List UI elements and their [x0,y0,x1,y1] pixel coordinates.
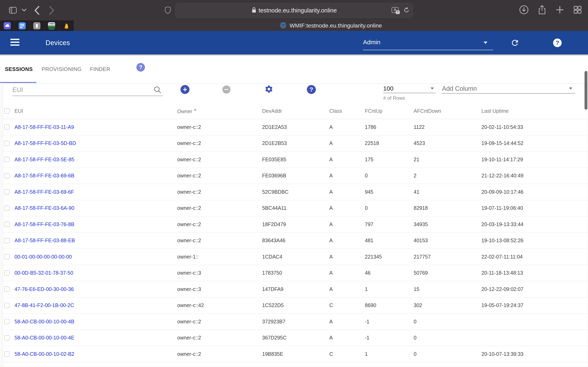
refresh-button[interactable] [510,38,519,48]
cell-fcntup: 945 [365,189,414,195]
cell-class: A [329,319,365,325]
sidebar-chevron-down-icon[interactable] [21,8,27,13]
search-underline [12,96,163,96]
cell-last_uptime: 20-09-09-10:17:46 [481,189,588,195]
cell-devaddr: 18F2D479 [262,221,329,227]
row-checkbox[interactable] [4,157,9,162]
eui-link[interactable]: A8-17-58-FF-FE-03-6A-90 [15,205,177,211]
cell-afcntdown: 50769 [414,270,481,276]
cell-fcntup: 22518 [365,140,414,146]
eui-search-input[interactable]: EUI [12,85,163,96]
cell-afcntdown: 82918 [414,205,481,211]
col-header-owner[interactable]: Owner× [177,108,262,114]
eui-link[interactable]: A8-17-58-FF-FE-03-11-A9 [15,124,177,130]
col-header-eui[interactable]: EUI [15,108,177,114]
row-checkbox[interactable] [4,254,9,259]
eui-link[interactable]: A8-17-58-FF-FE-03-5D-BD [15,140,177,146]
menu-icon[interactable] [10,39,19,47]
table-row: A8-17-58-FF-FE-03-5D-BDowner-c::22D1E2B5… [3,135,588,152]
cell-class: A [329,335,365,341]
filter-help-button[interactable]: ? [307,85,316,94]
row-checkbox[interactable] [4,173,9,178]
tab-finder[interactable]: FINDER [90,56,110,82]
pinned-tab-usda[interactable]: USDA [44,20,59,31]
eui-link[interactable]: 58-A0-CB-00-00-10-00-4E [15,335,177,341]
active-tab-title: WMIF:testnode.eu.thingularity.online [290,22,382,29]
eui-link[interactable]: A8-17-58-FF-FE-03-88-EB [15,238,177,243]
tab-sessions[interactable]: SESSIONS [5,56,33,82]
select-all-checkbox[interactable] [4,108,9,114]
globe-icon [280,22,287,30]
row-checkbox[interactable] [4,206,9,211]
pinned-tab-docs[interactable] [15,20,29,31]
info-icon [33,22,40,29]
downloads-icon[interactable] [519,5,529,16]
cell-afcntdown: 40153 [414,238,481,243]
pinned-tab-info[interactable] [30,20,44,31]
cell-owner: owner-c::2 [177,189,262,195]
cell-devaddr: 2D1E2A53 [262,124,329,130]
remove-filter-button[interactable]: − [222,85,231,94]
remove-column-icon[interactable]: × [194,108,196,112]
rows-caption: # of Rows [383,95,405,101]
eui-link[interactable]: A8-17-58-FF-FE-03-69-6F [15,189,177,195]
forward-button[interactable] [49,6,55,16]
eui-link[interactable]: A8-17-58-FF-FE-03-76-8B [15,221,177,227]
settings-gear-button[interactable] [264,85,273,94]
tab-overview-icon[interactable] [573,5,582,15]
search-placeholder: EUI [12,86,23,94]
row-checkbox[interactable] [4,270,9,276]
pinned-tab-cloud[interactable] [0,20,15,31]
table-row: A8-17-58-FF-FE-03-76-8Bowner-c::218F2D47… [3,216,588,233]
new-tab-icon[interactable] [555,5,564,15]
privacy-shield-icon[interactable] [164,6,171,15]
rows-per-page-select[interactable]: 100 # of Rows [383,84,435,102]
col-header-class[interactable]: Class [329,108,365,114]
row-checkbox[interactable] [4,141,9,146]
eui-link[interactable]: 58-A0-CB-00-00-10-00-4B [15,319,177,325]
user-select[interactable]: Admin [363,31,493,54]
col-header-fcntup[interactable]: FCntUp [365,108,414,114]
active-tab[interactable]: WMIF:testnode.eu.thingularity.online [74,20,588,31]
cell-devaddr: 2D1E2B53 [262,140,329,146]
back-button[interactable] [34,6,40,16]
eui-link[interactable]: 47-76-E6-ED-00-30-00-36 [15,286,177,292]
row-checkbox[interactable] [4,189,9,194]
cloud-icon [4,22,11,29]
eui-link[interactable]: A8-17-58-FF-FE-03-69-6B [15,173,177,179]
col-header-last-uptime[interactable]: Last Uptime [481,108,588,114]
reload-icon[interactable] [403,6,410,15]
col-header-devaddr[interactable]: DevAddr [262,108,329,114]
row-checkbox[interactable] [4,351,9,357]
row-checkbox[interactable] [4,303,9,308]
cell-afcntdown: 0 [414,335,481,341]
row-checkbox[interactable] [4,335,9,341]
cell-last_uptime: 20-11-18-13:48:13 [481,270,588,276]
tab-provisioning[interactable]: PROVISIONING [42,56,82,82]
sidebar-toggle-icon[interactable] [9,7,17,15]
row-checkbox[interactable] [4,124,9,130]
chevron-down-icon [484,42,487,44]
row-checkbox[interactable] [4,238,9,243]
eui-link[interactable]: 00-0D-B5-32-01-78-37-50 [15,270,177,276]
row-checkbox[interactable] [4,286,9,292]
row-checkbox[interactable] [4,222,9,227]
add-filter-button[interactable]: + [181,85,190,94]
add-column-select[interactable]: Add Column [442,84,575,95]
share-icon[interactable] [537,5,547,16]
tabs-help-button[interactable]: ? [136,63,145,72]
vertical-scrollbar-thumb[interactable] [585,71,587,110]
eui-link[interactable]: 58-A0-CB-00-00-10-02-B2 [15,351,177,357]
header-help-button[interactable]: ? [553,39,562,47]
eui-link[interactable]: 47-8B-41-F2-00-1B-00-2C [15,302,177,308]
cell-last_uptime: 20-03-19-13:33:44 [481,221,588,227]
cell-owner: owner-1:: [177,254,262,260]
eui-link[interactable]: 00-01-00-00-00-00-00-00 [15,254,177,260]
eui-link[interactable]: A8-17-58-FF-FE-03-5E-85 [15,157,177,162]
cell-devaddr: 83643A46 [262,238,329,243]
row-checkbox[interactable] [4,319,9,324]
col-header-afcntdown[interactable]: AFCntDown [414,108,481,114]
translate-icon[interactable]: A * [392,7,400,14]
pinned-tab-firebase[interactable] [59,20,74,31]
address-bar[interactable]: testnode.eu.thingularity.online A * [175,3,413,18]
